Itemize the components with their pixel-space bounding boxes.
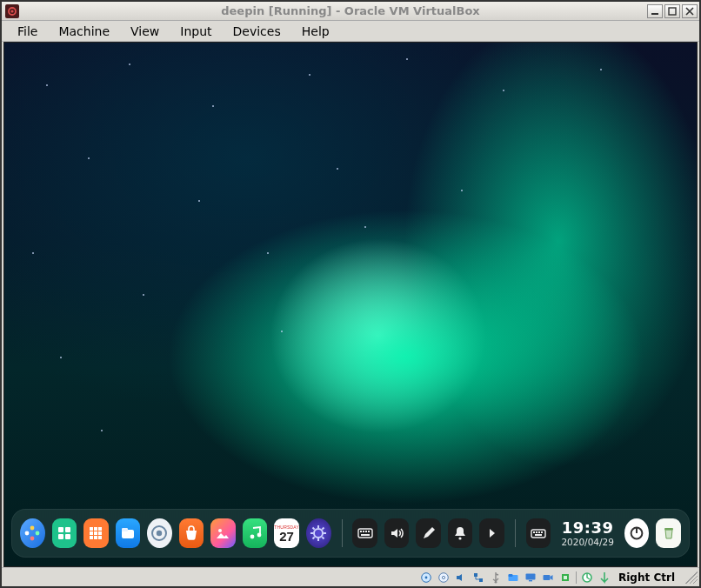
cpu-indicator-icon[interactable] (558, 571, 572, 585)
svg-rect-22 (122, 528, 128, 531)
svg-point-7 (30, 537, 35, 541)
keyboard-layout-icon[interactable] (526, 518, 551, 548)
svg-rect-48 (541, 531, 543, 533)
svg-rect-13 (94, 527, 97, 531)
svg-rect-57 (474, 573, 477, 577)
window-title: deepin [Running] - Oracle VM VirtualBox (2, 4, 699, 17)
recording-indicator-icon[interactable] (541, 571, 555, 585)
svg-point-6 (36, 531, 40, 536)
svg-rect-15 (90, 531, 93, 535)
svg-rect-17 (98, 531, 102, 535)
svg-rect-47 (538, 531, 540, 533)
svg-point-27 (257, 533, 262, 538)
clock-date: 2020/04/29 (561, 538, 614, 547)
svg-line-34 (323, 537, 324, 538)
svg-rect-45 (533, 531, 535, 533)
svg-rect-20 (98, 536, 102, 539)
svg-rect-46 (536, 531, 537, 533)
svg-point-54 (425, 576, 428, 578)
svg-point-26 (250, 535, 255, 539)
show-desktop-icon[interactable] (479, 518, 504, 548)
browser-icon[interactable] (147, 518, 172, 548)
control-center-icon[interactable] (306, 518, 331, 548)
display-indicator-icon[interactable] (524, 571, 537, 585)
menu-devices[interactable]: Devices (223, 23, 291, 40)
onscreen-keyboard-icon[interactable] (352, 518, 377, 548)
multitask-view-icon[interactable] (52, 518, 77, 548)
usb-indicator-icon[interactable] (489, 571, 503, 585)
svg-rect-49 (535, 534, 542, 536)
svg-rect-8 (58, 527, 63, 532)
svg-rect-9 (65, 527, 70, 532)
trash-icon[interactable] (656, 518, 681, 548)
svg-rect-42 (361, 534, 370, 536)
hard-disk-indicator-icon[interactable] (419, 571, 433, 585)
minimize-button[interactable] (647, 4, 663, 18)
power-icon[interactable] (624, 518, 650, 548)
svg-rect-39 (363, 531, 364, 532)
statusbar: Right Ctrl (2, 567, 699, 586)
dock-clock[interactable]: 19:39 2020/04/29 (557, 520, 618, 547)
svg-rect-40 (365, 531, 367, 532)
dock-separator (342, 519, 343, 547)
svg-rect-66 (564, 576, 567, 579)
svg-rect-14 (98, 527, 102, 531)
dock-separator (515, 519, 516, 547)
hostkey-label: Right Ctrl (618, 571, 675, 584)
file-manager-icon[interactable] (116, 518, 141, 548)
svg-rect-64 (544, 575, 551, 580)
svg-point-4 (25, 531, 30, 536)
wallpaper-stars (4, 43, 697, 566)
svg-rect-44 (531, 530, 545, 538)
resize-grip[interactable] (685, 571, 698, 584)
mouse-integration-indicator-icon[interactable] (580, 571, 594, 585)
stylus-icon[interactable] (416, 518, 441, 548)
optical-disk-indicator-icon[interactable] (437, 571, 451, 585)
svg-point-43 (459, 537, 462, 539)
svg-point-28 (314, 529, 323, 538)
menu-machine[interactable]: Machine (48, 23, 120, 40)
notifications-icon[interactable] (448, 518, 473, 548)
calendar-icon-day: 27 (279, 530, 294, 543)
menu-help[interactable]: Help (291, 23, 340, 40)
svg-rect-3 (669, 8, 676, 15)
svg-rect-2 (651, 13, 658, 15)
clock-time: 19:39 (562, 520, 614, 536)
volume-icon[interactable] (384, 518, 410, 548)
keyboard-captured-indicator-icon[interactable] (598, 571, 611, 585)
svg-rect-37 (358, 529, 372, 538)
audio-indicator-icon[interactable] (454, 571, 468, 585)
svg-point-5 (30, 526, 35, 531)
svg-line-33 (313, 528, 315, 530)
launcher-icon[interactable] (20, 518, 45, 548)
calendar-icon[interactable]: THURSDAY 27 (274, 518, 299, 548)
virtualbox-app-icon (5, 4, 19, 18)
svg-rect-18 (90, 536, 93, 539)
svg-point-1 (10, 10, 13, 12)
svg-point-59 (495, 580, 497, 583)
album-icon[interactable] (210, 518, 236, 548)
menu-view[interactable]: View (120, 23, 170, 40)
svg-line-35 (323, 528, 324, 530)
svg-point-24 (157, 531, 162, 536)
svg-point-25 (218, 529, 222, 532)
apps-grid-icon[interactable] (83, 518, 109, 548)
music-icon[interactable] (243, 518, 268, 548)
svg-rect-11 (65, 534, 70, 539)
statusbar-separator (576, 571, 577, 584)
guest-screen[interactable]: THURSDAY 27 (3, 42, 698, 567)
svg-rect-19 (94, 536, 97, 539)
menubar: File Machine View Input Devices Help (2, 21, 699, 42)
menu-file[interactable]: File (7, 23, 48, 40)
dock: THURSDAY 27 (11, 509, 690, 558)
network-indicator-icon[interactable] (471, 571, 485, 585)
svg-rect-52 (664, 528, 673, 530)
titlebar: deepin [Running] - Oracle VM VirtualBox (2, 2, 699, 21)
menu-input[interactable]: Input (170, 23, 222, 40)
close-button[interactable] (682, 4, 698, 18)
maximize-button[interactable] (664, 4, 680, 18)
shared-folders-indicator-icon[interactable] (506, 571, 520, 585)
app-store-icon[interactable] (179, 518, 204, 548)
svg-rect-61 (509, 574, 513, 577)
svg-rect-10 (58, 534, 63, 539)
